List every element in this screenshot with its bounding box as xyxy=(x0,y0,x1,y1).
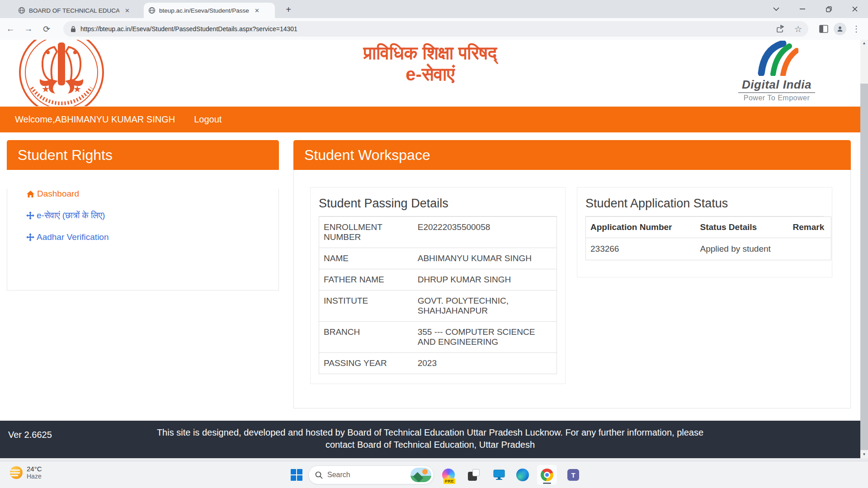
application-status-section: Student Application Status Application N… xyxy=(577,187,832,277)
status-details-cell: Applied by student xyxy=(696,238,788,260)
svg-text:★: ★ xyxy=(73,84,81,94)
sidebar-item-label: e-सेवाएं (छात्रों के लिए) xyxy=(37,211,105,221)
share-icon[interactable] xyxy=(776,25,785,33)
sidebar-item-label: Dashboard xyxy=(37,189,79,199)
row-value: ABHIMANYU KUMAR SINGH xyxy=(413,248,557,269)
sidebar-item-label: Aadhar Verification xyxy=(37,232,109,242)
column-header: Status Details xyxy=(696,217,788,238)
tab-board-of-technical-education[interactable]: BOARD OF TECHNICAL EDUCATI ✕ xyxy=(14,3,138,18)
version-text: Ver 2.6625 xyxy=(8,430,52,440)
page-viewport: ★ ★ प्राविधिक शिक्षा परिषद् e-सेवाएं Dig… xyxy=(0,40,860,458)
tab-close-icon[interactable]: ✕ xyxy=(123,6,132,15)
table-row: ENROLLMENT NUMBER E20222035500058 xyxy=(319,217,557,248)
digital-india-tagline: Power To Empower xyxy=(738,94,815,102)
table-row: PASSING YEAR 2023 xyxy=(319,353,557,374)
arrows-icon xyxy=(26,211,34,220)
site-title-line1: प्राविधिक शिक्षा परिषद् xyxy=(0,42,860,64)
window-restore-button[interactable] xyxy=(816,0,842,18)
window-chevron-down-icon[interactable] xyxy=(763,0,789,18)
application-status-title: Student Application Status xyxy=(585,197,824,216)
window-minimize-button[interactable] xyxy=(789,0,816,18)
taskbar-weather-widget[interactable]: 24°C Haze xyxy=(10,465,42,480)
task-view-icon[interactable] xyxy=(467,468,481,482)
tab-title: bteup.ac.in/Eseva/Student/Passe xyxy=(159,7,249,14)
refresh-button[interactable]: ⟳ xyxy=(39,21,54,37)
student-workspace-panel: Student Workspace Student Passing Detail… xyxy=(293,140,851,408)
table-row: FATHER NAME DHRUP KUMAR SINGH xyxy=(319,269,557,291)
site-title-line2: e-सेवाएं xyxy=(0,64,860,85)
row-value: GOVT. POLYTECHNIC, SHAHJAHANPUR xyxy=(413,291,557,322)
site-footer: Ver 2.6625 This site is designed, develo… xyxy=(0,421,860,458)
desktop-monitor-icon[interactable] xyxy=(492,468,506,482)
scroll-down-arrow[interactable]: ▼ xyxy=(860,451,868,458)
table-row: NAME ABHIMANYU KUMAR SINGH xyxy=(319,248,557,269)
back-button[interactable]: ← xyxy=(3,21,18,37)
taskbar-search-box[interactable]: Search xyxy=(308,465,434,484)
arrows-icon xyxy=(26,233,34,241)
application-status-table: Application Number Status Details Remark… xyxy=(585,216,831,260)
row-label: PASSING YEAR xyxy=(319,353,413,374)
row-value: 355 --- COMPUTER SCIENCE AND ENGINEERING xyxy=(413,322,557,353)
scrollbar-thumb[interactable] xyxy=(860,84,868,450)
table-header-row: Application Number Status Details Remark xyxy=(586,217,831,238)
tab-close-icon[interactable]: ✕ xyxy=(253,6,261,15)
row-label: NAME xyxy=(319,248,413,269)
application-number-cell: 233266 xyxy=(586,238,696,260)
site-header: ★ ★ प्राविधिक शिक्षा परिषद् e-सेवाएं Dig… xyxy=(0,40,860,107)
start-button[interactable] xyxy=(289,468,304,482)
home-icon xyxy=(26,190,35,198)
bookmark-star-icon[interactable]: ☆ xyxy=(794,24,802,34)
globe-favicon-icon xyxy=(18,7,25,14)
teams-icon[interactable]: T xyxy=(566,468,580,482)
column-header: Application Number xyxy=(586,217,696,238)
search-highlight-image[interactable] xyxy=(410,468,431,482)
search-icon xyxy=(315,471,323,479)
new-tab-button[interactable]: + xyxy=(282,4,295,16)
sidebar-item-eseva[interactable]: e-सेवाएं (छात्रों के लिए) xyxy=(26,211,278,221)
digital-india-swoosh-icon xyxy=(755,41,798,76)
weather-condition: Haze xyxy=(27,473,42,480)
svg-text:★: ★ xyxy=(42,84,50,94)
lock-icon[interactable] xyxy=(71,26,76,33)
table-row: 233266 Applied by student xyxy=(586,238,831,260)
column-header: Remark xyxy=(788,217,831,238)
windows-taskbar: 24°C Haze Search PRE T xyxy=(0,461,868,488)
logout-link[interactable]: Logout xyxy=(194,114,222,125)
chrome-active-indicator xyxy=(543,483,551,484)
forward-button[interactable]: → xyxy=(21,21,36,37)
row-value: DHRUP KUMAR SINGH xyxy=(413,269,557,291)
url-text[interactable]: https://bteup.ac.in/Eseva/Student/Passed… xyxy=(80,25,774,33)
address-bar[interactable]: https://bteup.ac.in/Eseva/Student/Passed… xyxy=(63,21,808,37)
sidebar-item-aadhar-verification[interactable]: Aadhar Verification xyxy=(26,232,278,242)
haze-sun-icon xyxy=(10,466,23,479)
chrome-icon-active[interactable] xyxy=(537,465,557,485)
row-label: INSTITUTE xyxy=(319,291,413,322)
site-title: प्राविधिक शिक्षा परिषद् e-सेवाएं xyxy=(0,42,860,85)
passing-details-title: Student Passing Details xyxy=(319,197,557,216)
side-panel-icon[interactable] xyxy=(816,25,832,33)
passing-details-section: Student Passing Details ENROLLMENT NUMBE… xyxy=(310,187,566,384)
copilot-pre-badge: PRE xyxy=(443,479,455,484)
remark-cell xyxy=(788,238,831,260)
page-scrollbar[interactable]: ▲ ▼ xyxy=(860,40,868,458)
globe-favicon-icon xyxy=(148,7,156,14)
footer-text: This site is designed, developed and hos… xyxy=(146,427,715,450)
student-rights-panel: Student Rights Dashboard e-सेवाएं (छात्र… xyxy=(7,140,279,291)
student-rights-title: Student Rights xyxy=(7,140,279,170)
scroll-up-arrow[interactable]: ▲ xyxy=(860,40,868,47)
digital-india-logo: Digital India Power To Empower xyxy=(738,41,815,102)
row-value: E20222035500058 xyxy=(413,217,557,248)
copilot-icon[interactable]: PRE xyxy=(441,468,456,482)
sidebar-item-dashboard[interactable]: Dashboard xyxy=(26,189,278,199)
row-label: FATHER NAME xyxy=(319,269,413,291)
tab-title: BOARD OF TECHNICAL EDUCATI xyxy=(29,7,119,14)
tab-bteup-eseva[interactable]: bteup.ac.in/Eseva/Student/Passe ✕ xyxy=(144,3,275,18)
window-close-button[interactable] xyxy=(842,0,868,18)
welcome-text: Welcome,ABHIMANYU KUMAR SINGH xyxy=(15,114,175,125)
row-value: 2023 xyxy=(413,353,557,374)
browser-toolbar: ← → ⟳ https://bteup.ac.in/Eseva/Student/… xyxy=(0,18,868,40)
profile-avatar[interactable] xyxy=(832,23,848,35)
browser-menu-icon[interactable]: ⋮ xyxy=(848,24,864,34)
browser-tab-bar: BOARD OF TECHNICAL EDUCATI ✕ bteup.ac.in… xyxy=(0,0,868,18)
edge-icon[interactable] xyxy=(515,468,530,482)
